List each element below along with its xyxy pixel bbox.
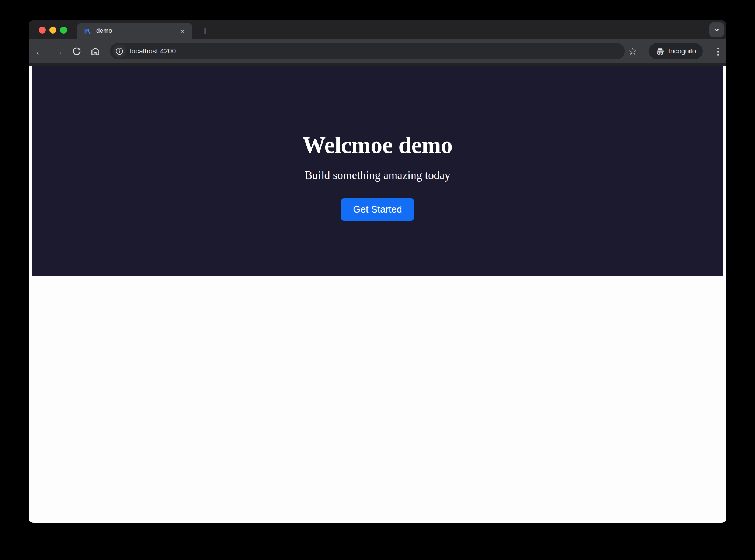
nx-logo-icon <box>84 27 91 35</box>
site-info-button[interactable] <box>113 45 126 58</box>
browser-menu-button[interactable]: ⋮ <box>711 44 726 59</box>
back-button[interactable]: ← <box>32 44 47 59</box>
info-icon <box>115 47 124 56</box>
incognito-label: Incognito <box>668 47 696 55</box>
home-button[interactable] <box>88 44 102 59</box>
address-bar[interactable]: localhost:4200 <box>110 43 625 59</box>
hero-section: Welcmoe demo Build something amazing tod… <box>32 66 723 276</box>
home-icon <box>90 46 100 56</box>
bookmark-star-button[interactable]: ☆ <box>625 44 640 59</box>
macos-minimize-button[interactable] <box>49 27 56 34</box>
browser-window: demo × + ← → <box>29 20 726 523</box>
url-text[interactable]: localhost:4200 <box>130 47 176 55</box>
incognito-badge: Incognito <box>649 43 703 59</box>
incognito-icon <box>655 46 665 56</box>
page-viewport: Welcmoe demo Build something amazing tod… <box>29 66 726 523</box>
tab-search-button[interactable] <box>709 22 724 37</box>
get-started-button[interactable]: Get Started <box>341 198 414 221</box>
reload-button[interactable] <box>69 44 84 59</box>
forward-button: → <box>51 44 66 59</box>
browser-toolbar: ← → localhost:4200 ☆ <box>29 39 726 63</box>
tab-title: demo <box>96 27 178 35</box>
hero-subtitle: Build something amazing today <box>305 168 450 183</box>
chevron-down-icon <box>713 26 721 34</box>
macos-zoom-button[interactable] <box>60 27 67 34</box>
tab-demo[interactable]: demo × <box>77 23 192 39</box>
macos-close-button[interactable] <box>39 27 46 34</box>
tab-strip: demo × + <box>29 20 726 39</box>
page-title: Welcmoe demo <box>302 132 453 158</box>
new-tab-button[interactable]: + <box>198 24 212 38</box>
tab-close-icon[interactable]: × <box>178 26 187 36</box>
reload-icon <box>72 46 82 56</box>
